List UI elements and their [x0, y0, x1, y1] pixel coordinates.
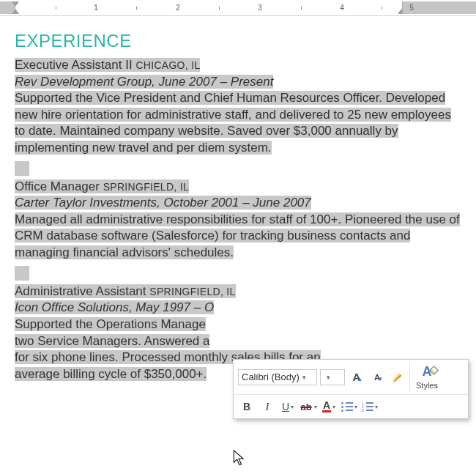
job-description: Managed all administrative responsibilit… — [15, 212, 460, 259]
job-company: Carter Taylor Investments, October 2001 … — [15, 196, 311, 210]
font-family-select[interactable]: Calibri (Body) ▾ — [238, 369, 317, 385]
styles-label: Styles — [416, 381, 438, 390]
mini-toolbar[interactable]: Calibri (Body) ▾ ▾ A ▴ A ▾ A Styles B I … — [233, 359, 469, 419]
bullets-button[interactable]: ▾ — [341, 398, 358, 415]
paragraph-mark — [15, 266, 29, 281]
numbering-button[interactable]: 123 ▾ — [361, 398, 379, 415]
document-body[interactable]: EXPERIENCE Executive Assistant II CHICAG… — [0, 16, 476, 401]
ruler-active-area[interactable]: 1 2 3 4 — [15, 1, 403, 14]
highlight-icon: ab — [300, 401, 312, 412]
bold-button[interactable]: B — [238, 398, 256, 415]
job-description-line: average billing cycle of $350,000+. — [15, 367, 207, 381]
job-location: SPRINGFIELD, IL — [149, 286, 235, 297]
ruler-label: 3 — [258, 1, 262, 15]
job-location: SPRINGFIELD, IL — [103, 181, 189, 193]
font-size-select[interactable]: ▾ — [320, 369, 345, 385]
bullets-icon — [341, 402, 353, 412]
mouse-cursor-icon — [233, 450, 246, 467]
job-description-line: two Service Managers. Answered a — [15, 334, 209, 348]
chevron-down-icon: ▾ — [332, 404, 335, 410]
job-company: Rev Development Group, June 2007 – Prese… — [15, 75, 273, 89]
horizontal-ruler[interactable]: 1 2 3 4 5 — [0, 0, 476, 16]
ruler-label: 2 — [176, 1, 180, 15]
job-entry: Office Manager SPRINGFIELD, IL Carter Ta… — [15, 179, 461, 262]
underline-button[interactable]: U▾ — [279, 398, 297, 415]
job-description: Supported the Vice President and Chief H… — [15, 91, 451, 155]
format-painter-button[interactable] — [389, 369, 406, 386]
job-company: Icon Office Solutions, May 1997 – O — [15, 300, 214, 314]
shrink-font-button[interactable]: A ▾ — [368, 369, 386, 386]
chevron-down-icon: ▾ — [314, 404, 317, 410]
styles-button[interactable]: A Styles — [409, 363, 444, 391]
chevron-down-icon: ▾ — [375, 404, 378, 410]
ruler-label: 4 — [340, 1, 344, 15]
section-heading: EXPERIENCE — [15, 31, 461, 51]
job-description-line: Supported the Operations Manage — [15, 317, 206, 331]
numbering-icon: 123 — [362, 402, 373, 412]
format-painter-icon — [393, 372, 403, 382]
job-title: Office Manager — [15, 179, 100, 193]
chevron-down-icon: ▾ — [354, 404, 357, 410]
font-color-button[interactable]: A▾ — [320, 398, 338, 415]
highlight-button[interactable]: ab▾ — [300, 398, 317, 415]
chevron-down-icon: ▾ — [302, 374, 306, 381]
font-family-value: Calibri (Body) — [242, 371, 300, 382]
grow-font-button[interactable]: A ▴ — [348, 369, 365, 386]
chevron-down-icon: ▾ — [291, 404, 294, 410]
job-entry: Executive Assistant II CHICAGO, IL Rev D… — [15, 57, 461, 157]
styles-icon: A — [422, 364, 431, 379]
paragraph-mark — [15, 161, 29, 176]
ruler-label: 1 — [94, 1, 98, 15]
job-description-line: for six phone lines. Processed mont — [15, 350, 212, 364]
job-title: Administrative Assistant — [15, 284, 146, 298]
job-location: CHICAGO, IL — [135, 59, 200, 71]
job-title: Executive Assistant II — [15, 58, 133, 72]
chevron-down-icon: ▾ — [327, 374, 330, 381]
italic-button[interactable]: I — [259, 398, 276, 415]
ruler-label: 5 — [409, 1, 414, 15]
font-color-icon: A — [322, 401, 331, 412]
